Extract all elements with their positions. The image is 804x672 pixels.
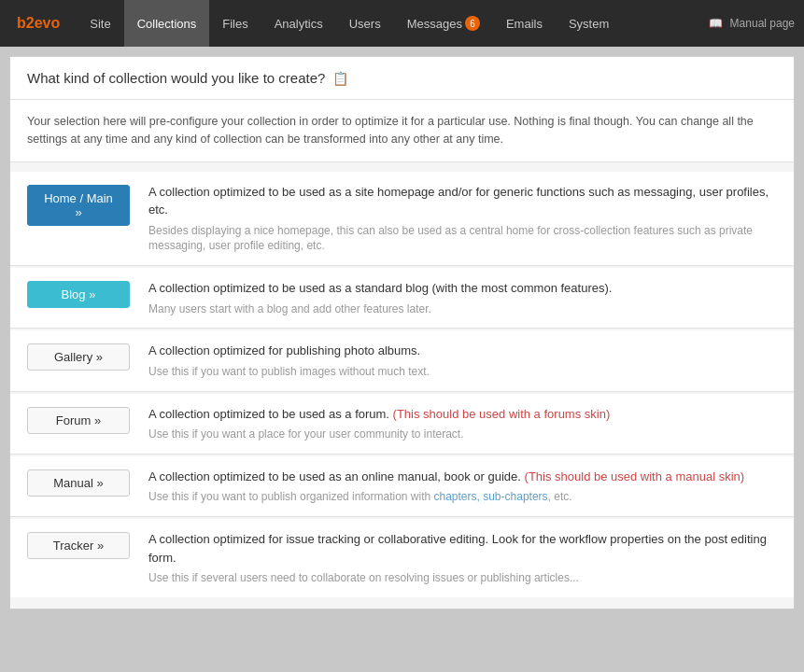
collection-row-manual: Manual » A collection optimized to be us… [10,456,794,517]
messages-label: Messages [407,17,462,31]
manual-desc-main: A collection optimized to be used as an … [148,468,777,486]
chapters-link: chapters, sub-chapters [434,490,548,503]
blog-desc-sub: Many users start with a blog and add oth… [148,301,777,317]
manual-page-link[interactable]: 📖 Manual page [709,17,795,30]
top-navigation: b2evo Site Collections Files Analytics U… [0,0,804,47]
brand-logo[interactable]: b2evo [9,15,67,32]
collection-desc-blog: A collection optimized to be used as a s… [148,279,777,316]
blog-button[interactable]: Blog » [27,281,130,308]
nav-right: 📖 Manual page [709,17,795,30]
nav-item-site[interactable]: Site [77,0,123,47]
collection-row-blog: Blog » A collection optimized to be used… [10,268,794,329]
collection-btn-col-tracker: Tracker » [27,530,148,559]
forum-highlight: (This should be used with a forums skin) [393,407,611,421]
nav-item-analytics[interactable]: Analytics [261,0,336,47]
collection-btn-col-blog: Blog » [27,279,148,308]
main-content: What kind of collection would you like t… [9,56,795,609]
forum-desc-main: A collection optimized to be used as a f… [148,405,777,424]
page-header: What kind of collection would you like t… [10,57,794,100]
collection-row-gallery: Gallery » A collection optimized for pub… [10,330,794,391]
nav-item-system[interactable]: System [556,0,622,47]
collection-row-forum: Forum » A collection optimized to be use… [10,394,794,455]
home-desc-sub: Besides displaying a nice homepage, this… [148,223,777,255]
collection-desc-home: A collection optimized to be used as a s… [148,183,777,255]
home-desc-main: A collection optimized to be used as a s… [148,183,777,219]
tracker-desc-main: A collection optimized for issue trackin… [148,530,777,567]
messages-badge: 6 [465,16,480,31]
nav-item-emails[interactable]: Emails [493,0,556,47]
page-icon: 📋 [332,71,348,86]
book-icon: 📖 [709,17,723,30]
home-main-button[interactable]: Home / Main » [27,185,130,226]
collection-desc-gallery: A collection optimized for publishing ph… [148,342,777,379]
manual-highlight: (This should be used with a manual skin) [525,469,745,483]
collection-btn-col-home: Home / Main » [27,183,148,226]
collection-row-home: Home / Main » A collection optimized to … [10,172,794,267]
collection-desc-tracker: A collection optimized for issue trackin… [148,530,777,586]
collection-desc-manual: A collection optimized to be used as an … [148,468,777,505]
forum-desc-sub: Use this if you want a place for your us… [148,427,777,442]
collection-options-list: Home / Main » A collection optimized to … [10,162,794,609]
forum-button[interactable]: Forum » [27,407,130,434]
gallery-desc-main: A collection optimized for publishing ph… [148,342,777,360]
page-description: Your selection here will pre-configure y… [10,100,794,162]
blog-desc-main: A collection optimized to be used as a s… [148,279,777,298]
collection-btn-col-gallery: Gallery » [27,342,148,371]
collection-btn-col-forum: Forum » [27,405,148,434]
manual-label: Manual page [730,17,795,30]
gallery-button[interactable]: Gallery » [27,343,130,371]
tracker-button[interactable]: Tracker » [27,532,130,559]
manual-button[interactable]: Manual » [27,469,130,497]
nav-item-collections[interactable]: Collections [124,0,210,47]
manual-desc-sub: Use this if you want to publish organize… [148,489,777,505]
nav-item-users[interactable]: Users [336,0,394,47]
tracker-desc-sub: Use this if several users need to collab… [148,570,777,586]
collection-row-tracker: Tracker » A collection optimized for iss… [10,519,794,597]
nav-item-messages[interactable]: Messages 6 [394,0,493,47]
gallery-desc-sub: Use this if you want to publish images w… [148,364,777,380]
collection-btn-col-manual: Manual » [27,468,148,497]
nav-item-files[interactable]: Files [209,0,261,47]
collection-desc-forum: A collection optimized to be used as a f… [148,405,777,442]
page-title: What kind of collection would you like t… [27,70,325,86]
